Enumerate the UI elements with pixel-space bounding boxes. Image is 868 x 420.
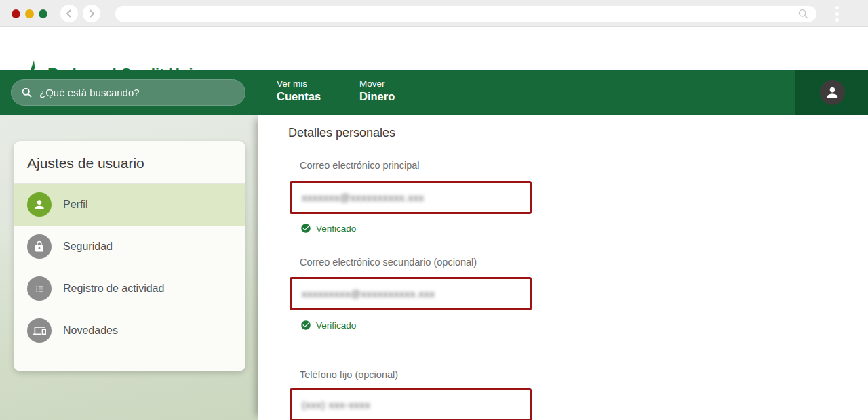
nav-link-line2: Dinero xyxy=(359,90,395,103)
address-bar[interactable] xyxy=(115,6,816,22)
sidebar-item-label: Perfil xyxy=(63,198,87,211)
nav-link-line1: Mover xyxy=(359,79,395,89)
redacted-value: xxxxxxxxx@xxxxxxxxxx.xxx xyxy=(302,288,435,299)
nav-link-line1: Ver mis xyxy=(277,79,321,89)
profile-avatar[interactable] xyxy=(820,80,845,105)
browser-forward-button[interactable] xyxy=(83,5,100,22)
user-settings-card: Ajustes de usuario Perfil Seguridad xyxy=(14,141,245,371)
sidebar-item-label: Novedades xyxy=(63,324,118,337)
page-title: Detalles personales xyxy=(288,126,395,140)
forward-arrow-icon xyxy=(87,9,96,18)
activity-list-icon xyxy=(27,276,52,301)
window-maximize-button[interactable] xyxy=(39,9,47,18)
window-close-button[interactable] xyxy=(12,9,20,18)
browser-chrome xyxy=(0,0,868,27)
sidebar-item-label: Registro de actividad xyxy=(63,282,164,295)
window-minimize-button[interactable] xyxy=(25,9,34,18)
primary-email-input[interactable]: xxxxxxx@xxxxxxxxxx.xxx xyxy=(290,181,532,214)
landline-phone-input[interactable]: (xxx) xxx-xxxx xyxy=(290,388,532,420)
secondary-email-label: Correo electrónico secundario (opcional) xyxy=(300,257,477,268)
check-circle-icon xyxy=(300,223,311,234)
browser-menu-icon[interactable] xyxy=(833,6,840,22)
sidebar-item-label: Seguridad xyxy=(63,240,113,253)
sidebar-title: Ajustes de usuario xyxy=(14,141,245,183)
window-controls xyxy=(12,9,47,18)
redacted-value: xxxxxxx@xxxxxxxxxx.xxx xyxy=(302,192,424,203)
page-content: Ajustes de usuario Perfil Seguridad xyxy=(0,115,868,420)
sidebar-item-seguridad[interactable]: Seguridad xyxy=(14,226,245,268)
devices-icon xyxy=(27,318,52,343)
search-icon xyxy=(21,87,33,98)
nav-ver-mis-cuentas[interactable]: Ver mis Cuentas xyxy=(277,79,321,103)
verified-text: Verificado xyxy=(316,320,356,331)
site-search[interactable] xyxy=(11,79,245,106)
primary-email-label: Correo electrónico principal xyxy=(300,160,420,171)
verified-text: Verificado xyxy=(316,224,356,234)
check-circle-icon xyxy=(300,320,311,331)
main-navbar: Ver mis Cuentas Mover Dinero xyxy=(0,70,868,115)
brand-header: Redwood Credit Union® xyxy=(0,27,868,70)
personal-details-panel: Detalles personales Correo electrónico p… xyxy=(258,115,868,420)
app-window: Redwood Credit Union® Ver mis Cuentas Mo… xyxy=(0,0,868,420)
nav-mover-dinero[interactable]: Mover Dinero xyxy=(359,79,395,103)
sidebar-item-perfil[interactable]: Perfil xyxy=(14,184,245,226)
landline-phone-label: Teléfono fijo (opcional) xyxy=(300,369,398,380)
nav-link-line2: Cuentas xyxy=(277,90,321,103)
sidebar-item-registro-de-actividad[interactable]: Registro de actividad xyxy=(14,268,245,310)
sidebar-item-novedades[interactable]: Novedades xyxy=(14,310,245,352)
site-search-input[interactable] xyxy=(39,87,209,98)
secondary-email-verified-badge: Verificado xyxy=(300,320,356,331)
secondary-email-input[interactable]: xxxxxxxxx@xxxxxxxxxx.xxx xyxy=(290,277,532,310)
primary-email-verified-badge: Verificado xyxy=(300,223,356,234)
back-arrow-icon xyxy=(65,9,73,18)
browser-back-button[interactable] xyxy=(60,5,78,22)
person-icon xyxy=(27,192,52,217)
settings-sidebar: Ajustes de usuario Perfil Seguridad xyxy=(0,115,258,420)
profile-section xyxy=(795,70,868,115)
address-bar-search-icon xyxy=(797,8,809,20)
person-icon xyxy=(825,85,840,100)
lock-icon xyxy=(27,234,52,259)
redacted-value: (xxx) xxx-xxxx xyxy=(302,399,370,411)
